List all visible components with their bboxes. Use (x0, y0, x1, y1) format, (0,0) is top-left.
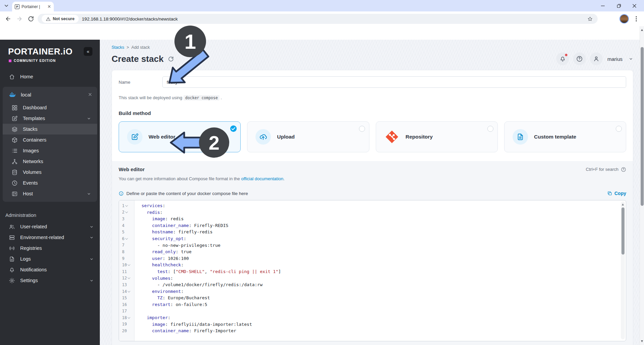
code-line[interactable] (142, 308, 626, 315)
code-line[interactable]: services: (142, 202, 626, 209)
fold-caret-icon[interactable] (125, 210, 128, 213)
sidebar-item-dashboard[interactable]: Dashboard (3, 102, 97, 113)
fold-caret-icon[interactable] (125, 204, 128, 206)
address-bar[interactable]: Not secure 192.168.1.18:9000/#!/2/docker… (38, 14, 598, 24)
not-secure-chip[interactable]: Not secure (42, 15, 79, 23)
breadcrumb-stacks-link[interactable]: Stacks (112, 45, 124, 50)
sidebar-item-registries[interactable]: Registries (0, 243, 100, 254)
code-line[interactable]: test: ["CMD-SHELL", "redis-cli ping || e… (142, 268, 626, 275)
gutter-line[interactable]: 11 (119, 268, 134, 275)
gutter-line[interactable]: 4 (119, 222, 134, 229)
sidebar-item-templates[interactable]: Templates (3, 113, 97, 124)
window-close-button[interactable] (627, 0, 642, 11)
sidebar-item-user-related[interactable]: User-related (0, 221, 100, 232)
environment-close-icon[interactable] (88, 92, 92, 97)
code-line[interactable]: security_opt: (142, 235, 626, 242)
browser-tab[interactable]: P Portainer | ✕ (12, 2, 54, 11)
code-line[interactable]: container_name: Firefly-REDIS (142, 222, 626, 229)
copy-button[interactable]: Copy (607, 191, 626, 196)
reload-icon[interactable] (28, 15, 34, 22)
code-line[interactable]: - no-new-privileges:true (142, 242, 626, 249)
gutter-line[interactable]: 9 (119, 255, 134, 262)
sidebar-item-images[interactable]: Images (3, 145, 97, 156)
fold-caret-icon[interactable] (125, 237, 128, 239)
code-line[interactable]: image: redis (142, 216, 626, 222)
user-chevron-down-icon[interactable] (629, 56, 633, 61)
gutter-line[interactable]: 12 (119, 275, 134, 282)
gutter-line[interactable]: 7 (119, 242, 134, 249)
sidebar-item-logs[interactable]: Logs (0, 254, 100, 264)
build-option-repository[interactable]: Repository (376, 121, 498, 152)
fold-caret-icon[interactable] (128, 316, 130, 318)
editor-scrollbar[interactable] (621, 201, 625, 339)
gutter-line[interactable]: 3 (119, 216, 134, 222)
build-option-web-editor[interactable]: Web editor (119, 121, 241, 152)
window-minimize-button[interactable] (595, 0, 610, 11)
help-button[interactable] (573, 52, 586, 65)
sidebar-item-containers[interactable]: Containers (3, 135, 97, 145)
browser-profile-avatar[interactable] (619, 14, 629, 24)
scroll-down-icon[interactable] (641, 340, 643, 342)
code-line[interactable]: environment: (142, 288, 626, 295)
code-line[interactable]: importer: (142, 314, 626, 321)
gutter-line[interactable]: 15 (119, 295, 134, 301)
code-line[interactable]: restart: on-failure:5 (142, 301, 626, 308)
official-documentation-link[interactable]: official documentation (241, 176, 283, 181)
code-line[interactable]: hostname: firefly-redis (142, 229, 626, 235)
code-line[interactable]: container_name: Firefly-Importer (142, 328, 626, 334)
page-scrollbar[interactable] (640, 26, 644, 345)
sidebar-item-stacks[interactable]: Stacks (3, 124, 97, 135)
editor-code[interactable]: services: redis: image: redis container_… (134, 200, 626, 341)
gutter-line[interactable]: 16 (119, 301, 134, 308)
sidebar-item-settings[interactable]: Settings (0, 275, 100, 286)
code-line[interactable]: - /volume1/docker/firefly/redis:/data:rw (142, 281, 626, 288)
code-line[interactable]: image: fireflyiii/data-importer:latest (142, 321, 626, 328)
stack-name-input[interactable] (162, 76, 626, 88)
sidebar-item-notifications[interactable]: Notifications (0, 264, 100, 275)
gutter-line[interactable]: 14 (119, 288, 134, 295)
code-line[interactable]: user: 1026:100 (142, 255, 626, 262)
sidebar-item-environment-related[interactable]: Environment-related (0, 232, 100, 243)
browser-menu-icon[interactable] (633, 15, 639, 23)
radio-icon[interactable] (487, 126, 493, 132)
sidebar-collapse-button[interactable]: « (84, 47, 92, 56)
gutter-line[interactable]: 1 (119, 202, 134, 209)
tab-search-chevron-icon[interactable] (3, 3, 9, 9)
scroll-up-icon[interactable] (641, 29, 643, 31)
code-line[interactable]: healthcheck: (142, 262, 626, 268)
sidebar-item-events[interactable]: Events (3, 178, 97, 188)
gutter-line[interactable]: 18 (119, 314, 134, 321)
build-option-custom-template[interactable]: Custom template (504, 121, 626, 152)
scroll-thumb[interactable] (641, 47, 644, 206)
gutter-line[interactable]: 19 (119, 321, 134, 328)
code-line[interactable]: TZ: Europe/Bucharest (142, 295, 626, 301)
sidebar-item-host[interactable]: Host (3, 188, 97, 199)
gutter-line[interactable]: 5 (119, 229, 134, 235)
gutter-line[interactable]: 2 (119, 209, 134, 216)
editor-scroll-thumb[interactable] (621, 207, 625, 255)
bookmark-star-icon[interactable] (587, 16, 593, 22)
fold-caret-icon[interactable] (128, 290, 130, 292)
search-help-icon[interactable] (621, 167, 626, 172)
gutter-line[interactable]: 8 (119, 248, 134, 255)
sidebar-item-home[interactable]: Home (0, 71, 100, 82)
compose-code-editor[interactable]: 1234567891011121314151617181920 services… (119, 200, 626, 341)
fold-caret-icon[interactable] (128, 276, 130, 279)
sidebar-item-volumes[interactable]: Volumes (3, 167, 97, 178)
code-line[interactable]: read_only: true (142, 248, 626, 255)
gutter-line[interactable]: 20 (119, 328, 134, 334)
sidebar-environment-local[interactable]: local (3, 87, 97, 102)
fold-caret-icon[interactable] (128, 263, 130, 266)
tab-close-icon[interactable]: ✕ (47, 4, 51, 9)
gutter-line[interactable]: 6 (119, 235, 134, 242)
radio-icon[interactable] (359, 126, 365, 132)
gutter-line[interactable]: 10 (119, 262, 134, 268)
notifications-button[interactable] (556, 52, 569, 65)
code-line[interactable]: volumes: (142, 275, 626, 282)
code-line[interactable]: redis: (142, 209, 626, 216)
user-menu-button[interactable] (590, 52, 603, 65)
gutter-line[interactable]: 13 (119, 281, 134, 288)
refresh-icon[interactable] (168, 56, 174, 62)
window-maximize-button[interactable] (611, 0, 627, 11)
radio-icon[interactable] (616, 126, 622, 132)
